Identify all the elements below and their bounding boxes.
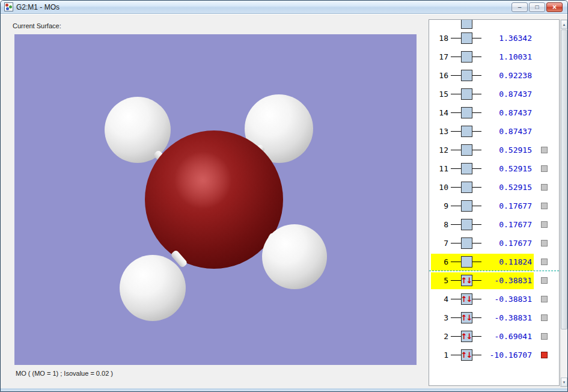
mo-row[interactable]: 9 ↑↓ 0.17677 <box>429 197 559 215</box>
mo-orbital-box[interactable]: ↑↓ <box>461 70 472 81</box>
close-button[interactable]: × <box>546 2 563 12</box>
atom-hydrogen-bottom-right[interactable] <box>262 224 327 289</box>
mo-level-tick-left <box>451 187 461 188</box>
mo-checkbox[interactable] <box>541 296 548 302</box>
mo-level-tick-right <box>472 336 481 337</box>
mo-row-main: 17 ↑↓ 1.10031 <box>431 49 534 66</box>
mo-energy-value: 1.36342 <box>481 34 532 43</box>
mo-row-main: 15 ↑↓ 0.87437 <box>431 86 534 103</box>
mo-checkbox[interactable] <box>541 221 548 228</box>
mo-orbital-box[interactable]: ↑↓ <box>461 237 472 249</box>
mo-checkbox[interactable] <box>541 203 548 209</box>
mo-checkbox[interactable] <box>541 184 548 191</box>
mo-orbital-box[interactable]: ↑↓ <box>461 200 472 212</box>
mo-index-label: 18 <box>433 34 448 43</box>
mo-orbital-box-partial[interactable] <box>461 20 472 29</box>
mo-row-main: 14 ↑↓ 0.87437 <box>431 105 534 121</box>
mo-index-label: 13 <box>433 127 448 136</box>
electron-pair-arrows-icon: ↑↓ <box>461 332 472 340</box>
mo-row-main: 10 ↑↓ 0.52915 <box>431 179 534 196</box>
down-arrow-icon: ▼ <box>563 381 566 384</box>
mo-row[interactable]: 4 ↑↓ -0.38831 <box>429 290 559 308</box>
mo-orbital-box[interactable]: ↑↓ <box>461 163 472 174</box>
minimize-button[interactable]: – <box>512 2 528 12</box>
mo-checkbox[interactable] <box>541 352 548 358</box>
mo-index-label: 14 <box>433 108 448 117</box>
mo-row[interactable]: 15 ↑↓ 0.87437 <box>429 85 559 103</box>
mo-level-tick-right <box>472 112 481 113</box>
mo-level-tick-right <box>472 94 481 94</box>
mo-orbital-box[interactable]: ↑↓ <box>461 275 472 286</box>
mo-orbital-box[interactable]: ↑↓ <box>461 51 472 63</box>
molecule-viewport[interactable] <box>14 34 417 365</box>
mo-row[interactable]: 3 ↑↓ -0.38831 <box>429 308 559 327</box>
mo-row[interactable]: 7 ↑↓ 0.17677 <box>429 234 559 253</box>
mo-orbital-box[interactable]: ↑↓ <box>461 107 472 118</box>
up-arrow-icon: ▲ <box>563 23 566 26</box>
mo-row-main: 12 ↑↓ 0.52915 <box>431 142 534 159</box>
mo-checkbox[interactable] <box>541 147 548 153</box>
mo-row[interactable]: 11 ↑↓ 0.52915 <box>429 159 559 178</box>
mo-orbital-box[interactable]: ↑↓ <box>461 312 472 323</box>
mo-row[interactable]: 1 ↑↓ -10.16707 <box>429 346 559 364</box>
mo-scrollbar[interactable]: ▲ ▼ <box>560 19 568 387</box>
mo-row[interactable]: 5 ↑↓ -0.38831 <box>429 271 559 290</box>
mo-orbital-box[interactable]: ↑↓ <box>461 331 472 342</box>
mo-row-main: 8 ↑↓ 0.17677 <box>431 216 534 233</box>
mo-row-main: 16 ↑↓ 0.92238 <box>431 67 534 84</box>
mo-row[interactable]: 14 ↑↓ 0.87437 <box>429 103 559 122</box>
mo-checkbox[interactable] <box>541 240 548 247</box>
mo-checkbox[interactable] <box>541 165 548 172</box>
mo-row[interactable]: 6 ↑↓ 0.11824 <box>429 253 559 271</box>
mo-row[interactable]: 2 ↑↓ -0.69041 <box>429 327 559 346</box>
mo-index-label: 15 <box>433 90 448 99</box>
mo-orbital-box[interactable]: ↑↓ <box>461 126 472 137</box>
mo-row[interactable]: 12 ↑↓ 0.52915 <box>429 141 559 159</box>
mo-level-tick-right <box>472 150 481 150</box>
mo-checkbox[interactable] <box>541 314 548 321</box>
app-window: G2:M1 - MOs – □ × Current Surface: MO ( … <box>0 0 568 392</box>
mo-row[interactable]: 10 ↑↓ 0.52915 <box>429 178 559 197</box>
titlebar[interactable]: G2:M1 - MOs – □ × <box>1 1 567 14</box>
mo-level-tick-right <box>472 38 481 38</box>
mo-orbital-box[interactable]: ↑↓ <box>461 256 472 268</box>
mo-orbital-box[interactable]: ↑↓ <box>461 144 472 156</box>
mo-level-tick-left <box>451 355 461 355</box>
electron-pair-arrows-icon: ↑↓ <box>461 351 472 359</box>
maximize-button[interactable]: □ <box>529 2 545 12</box>
mo-checkbox[interactable] <box>541 259 548 265</box>
mo-level-tick-left <box>451 38 461 38</box>
scrollbar-thumb[interactable] <box>561 29 567 329</box>
mo-checkbox[interactable] <box>541 277 548 284</box>
scrollbar-track[interactable] <box>561 29 567 378</box>
mo-row[interactable]: 8 ↑↓ 0.17677 <box>429 215 559 234</box>
atom-hydrogen-bottom-left[interactable] <box>120 255 186 321</box>
mo-level-tick-right <box>472 187 481 188</box>
mo-level-tick-left <box>451 206 461 206</box>
mo-row[interactable]: 13 ↑↓ 0.87437 <box>429 122 559 141</box>
mo-level-tick-left <box>451 336 461 337</box>
mo-index-label: 3 <box>433 313 448 322</box>
mo-orbital-box[interactable]: ↑↓ <box>461 219 472 230</box>
mo-level-tick-left <box>451 280 461 281</box>
scrollbar-up-button[interactable]: ▲ <box>561 20 567 29</box>
mo-orbital-box[interactable]: ↑↓ <box>461 293 472 305</box>
mo-checkbox[interactable] <box>541 333 548 340</box>
mo-index-label: 11 <box>433 164 448 173</box>
mo-orbital-box[interactable]: ↑↓ <box>461 32 472 44</box>
mo-row[interactable]: 18 ↑↓ 1.36342 <box>429 29 559 47</box>
mo-orbital-box[interactable]: ↑↓ <box>461 88 472 100</box>
mo-level-tick-left <box>451 112 461 113</box>
mo-energy-value: -0.69041 <box>481 332 532 341</box>
mo-energy-value: 0.87437 <box>481 108 532 117</box>
mo-row-main: 13 ↑↓ 0.87437 <box>431 123 534 140</box>
mo-orbital-box[interactable]: ↑↓ <box>461 349 472 361</box>
mo-row[interactable]: 17 ↑↓ 1.10031 <box>429 47 559 66</box>
mo-orbital-box[interactable]: ↑↓ <box>461 182 472 193</box>
mo-level-tick-left <box>451 224 461 225</box>
mo-index-label: 5 <box>433 276 448 285</box>
mo-row[interactable]: 16 ↑↓ 0.92238 <box>429 66 559 85</box>
scrollbar-down-button[interactable]: ▼ <box>561 378 567 387</box>
mo-index-label: 1 <box>433 351 448 360</box>
mo-isosurface[interactable] <box>145 130 283 269</box>
